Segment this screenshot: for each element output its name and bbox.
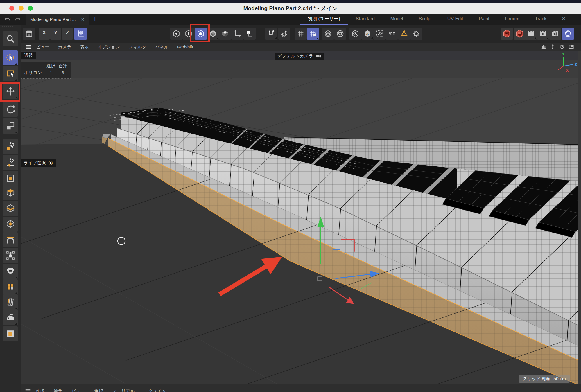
rotate-tool-button[interactable] [3,102,18,117]
viewport-menu-フィルタ[interactable]: フィルタ [124,44,151,50]
layout-tab-s[interactable]: S [554,14,573,25]
bottom-menu-ビュー[interactable]: ビュー [67,384,90,392]
viewport-menu-ビュー[interactable]: ビュー [32,44,54,50]
extrude-tool-button[interactable] [3,185,18,200]
redo-icon[interactable] [13,15,20,23]
layout-tab-paint[interactable]: Paint [471,14,497,25]
snap-magnet-button[interactable] [265,28,277,40]
tweak-tool-button[interactable] [3,171,18,186]
view-label[interactable]: 透視 [21,52,36,59]
layout-tab--[interactable]: 初期 (ユーザー) [300,14,348,25]
spline-pen-icon [5,157,16,168]
quantize-gear-button[interactable] [278,28,290,40]
solo-mode-icon [245,29,254,38]
viewport-menu-Redshift[interactable]: Redshift [173,44,198,50]
axis-lock-z-button[interactable]: Z [62,28,73,40]
redshift-renderview-icon: RV [503,29,511,38]
hide-selected-button[interactable] [374,28,386,40]
layout-tab-uv-edit[interactable]: UV Edit [440,14,471,25]
tool-settings-gear-button[interactable] [410,28,422,40]
viewport-menu-icon[interactable] [25,44,32,50]
render-settings-button[interactable] [549,28,561,40]
spline-pen-tool-button[interactable] [3,155,18,170]
axis-lock-x-button[interactable]: X [39,28,50,40]
polygon-pen-icon [5,141,16,152]
convert-selection-button[interactable] [398,28,410,40]
bridge-tool-button[interactable] [3,232,18,247]
workplane-grid-button[interactable] [295,28,307,40]
workplane-axis-button[interactable] [231,28,243,40]
auto-mode-button[interactable]: A [361,28,374,40]
live-selection-icon [48,160,54,166]
weld-tool-button[interactable] [3,264,18,279]
visibility-mode-button[interactable] [349,28,361,40]
bottom-menu-編集[interactable]: 編集 [49,384,67,392]
redshift-renderview-button[interactable]: RV [501,28,513,40]
viewport-canvas[interactable] [21,51,578,384]
solo-mode-button[interactable] [243,28,256,40]
close-tab-icon[interactable]: ✕ [81,17,85,22]
undo-icon[interactable] [3,15,11,23]
orbit-camera-button[interactable] [559,44,565,50]
palette-grip-dots[interactable] [2,26,19,29]
workplane-lock-button[interactable] [307,28,319,40]
points-mode-button[interactable] [170,28,182,40]
layout-tab-sculpt[interactable]: Sculpt [411,14,439,25]
cloth-weight-tool-button[interactable] [3,248,18,263]
rectangle-selection-tool-button[interactable] [3,66,18,81]
scale-tool-button[interactable] [3,118,18,134]
layout-tab-standard[interactable]: Standard [348,14,383,25]
bottom-menubar: 作成編集ビュー選択マテリアルテクスチャ [21,384,581,392]
bottom-menu-マテリアル[interactable]: マテリアル [108,384,139,392]
new-tab-button[interactable]: + [91,14,99,25]
stack-cubes-tool-button[interactable] [3,294,18,310]
hide-selected-icon [375,29,384,38]
viewport-menu-カメラ[interactable]: カメラ [54,44,76,50]
titlebar[interactable]: Modeling Piano Part 2.c4d * - メイン [0,3,581,14]
polygon-pen-tool-button[interactable] [3,139,18,154]
viewport-menu-パネル[interactable]: パネル [151,44,173,50]
view-filter-button[interactable] [386,28,398,40]
extrude-icon [5,188,16,198]
extrude-inner-tool-button[interactable] [3,201,18,216]
modeling-settings-button[interactable] [334,28,346,40]
modeling-box-button[interactable] [23,28,35,40]
iron-tool-button[interactable] [3,310,18,325]
maximize-panel-button[interactable] [568,44,575,50]
pan-hand-button[interactable] [540,44,547,50]
texture-mode-button[interactable] [219,28,231,40]
live-selection-tool-button[interactable] [3,50,18,65]
bottom-menu-icon[interactable] [25,388,31,392]
viewport-menu-オプション[interactable]: オプション [93,44,124,50]
viewport[interactable]: 透視 デフォルトカメラ 選択 合計 ポリゴン 1 6 [21,51,578,384]
fill-selection-tool-button[interactable] [3,326,18,341]
layout-tab-groom[interactable]: Groom [497,14,527,25]
camera-label[interactable]: デフォルトカメラ [275,53,324,60]
bottom-menu-作成[interactable]: 作成 [31,384,49,392]
render-to-picture-viewer-button[interactable] [537,28,549,40]
viewport-menu-表示[interactable]: 表示 [76,44,93,50]
world-coordinates-button[interactable] [74,28,87,40]
radial-symmetry-button[interactable] [322,28,334,40]
bevel-tool-button[interactable] [3,217,18,232]
layout-tab-track[interactable]: Track [527,14,554,25]
axis-y-label: Y [562,52,565,56]
document-tab[interactable]: Modeling Piano Part ... ✕ [26,14,89,25]
redshift-ipr-button[interactable] [514,28,526,40]
grid-spacing-badge: グリッド間隔 : 50 cm [519,375,570,383]
tool-settings-gear-icon [412,29,421,38]
layout-tab-model[interactable]: Model [383,14,411,25]
dolly-arrows-button[interactable] [549,44,556,50]
volume-array-tool-button[interactable] [3,279,18,294]
bottom-menu-テクスチャ[interactable]: テクスチャ [139,384,171,392]
main-toolbar: XYZARV [0,25,581,43]
texture-mode-icon [221,29,229,38]
bevel-icon [5,219,16,229]
simulate-sphere-button[interactable] [562,28,574,40]
render-settings-icon [551,29,560,38]
bottom-menu-選択[interactable]: 選択 [90,384,108,392]
search-tool-button[interactable] [3,31,18,46]
render-view-button[interactable] [525,28,537,40]
axis-lock-y-button[interactable]: Y [50,28,61,40]
axis-gizmo: Y Z X [552,52,578,75]
